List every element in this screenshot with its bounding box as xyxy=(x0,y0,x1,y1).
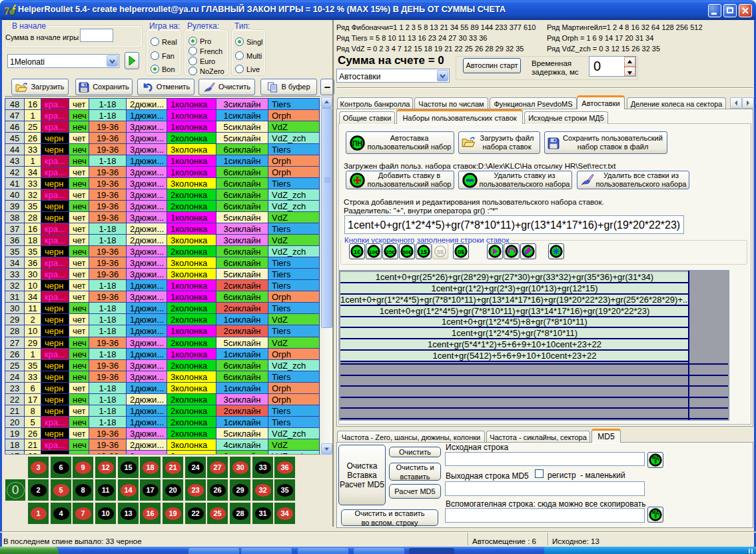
svg-text:10€: 10€ xyxy=(369,249,378,255)
svg-text:25€: 25€ xyxy=(386,249,395,255)
svg-text:ПН: ПН xyxy=(352,139,362,147)
svg-text:1€: 1€ xyxy=(354,249,360,255)
svg-text:0$: 0$ xyxy=(458,249,464,255)
svg-text:5: 5 xyxy=(654,459,657,464)
svg-text:1$: 1$ xyxy=(420,249,427,255)
svg-text:50€: 50€ xyxy=(402,249,412,255)
svg-text:5$: 5$ xyxy=(437,249,444,255)
svg-text:5: 5 xyxy=(654,514,657,519)
